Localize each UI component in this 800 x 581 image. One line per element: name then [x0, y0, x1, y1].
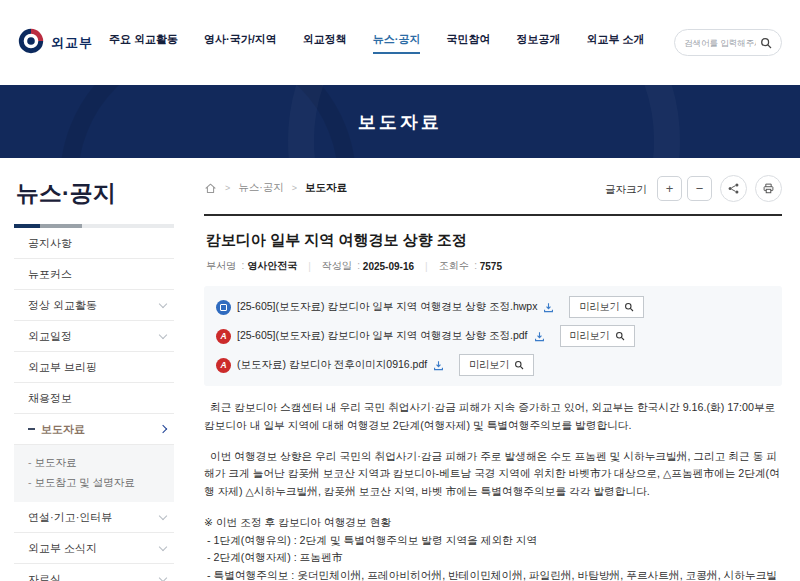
pdf-file-icon: A — [216, 329, 231, 344]
active-dash-marker — [28, 428, 35, 430]
paragraph-1: 최근 캄보디아 스캠센터 내 우리 국민 취업사기·감금 피해가 지속 증가하고… — [204, 399, 782, 435]
font-increase-button[interactable]: + — [657, 176, 682, 201]
home-icon[interactable] — [204, 182, 217, 195]
font-size-label: 글자크기 — [605, 181, 647, 197]
font-decrease-button[interactable]: − — [687, 176, 712, 201]
magnifier-icon — [615, 331, 625, 341]
meta-separator: | — [425, 261, 428, 272]
search-input[interactable] — [684, 38, 756, 48]
meta-date-value: 2025-09-16 — [363, 261, 414, 272]
page-banner: 보도자료 — [0, 85, 800, 158]
sidebar-item-recruitment[interactable]: 채용정보 — [14, 383, 174, 414]
breadcrumb: > 뉴스·공지 > 보도자료 — [204, 175, 347, 195]
sidebar: 뉴스·공지 공지사항 뉴포커스 정상 외교활동 외교일정 외교부 브리핑 채용정… — [14, 175, 174, 581]
nav-item-news-notices[interactable]: 뉴스·공지 — [373, 32, 421, 54]
main-nav: 주요 외교활동 영사·국가/지역 외교정책 뉴스·공지 국민참여 정보공개 외교… — [109, 32, 645, 54]
share-button[interactable] — [720, 175, 747, 202]
article-meta: 부서명 영사안전국 | 작성일 2025-09-16 | 조회수 7575 — [206, 259, 782, 273]
sidebar-item-mofa-briefing[interactable]: 외교부 브리핑 — [14, 352, 174, 383]
meta-dept-value: 영사안전국 — [247, 259, 297, 273]
attachment-link-image-pdf[interactable]: (보도자료) 캄보디아 전후이미지0916.pdf — [237, 358, 427, 372]
chevron-down-icon — [159, 573, 167, 581]
nav-item-diplomatic-activities[interactable]: 주요 외교활동 — [109, 32, 178, 54]
travel-advisory-status-list: ※ 이번 조정 후 캄보디아 여행경보 현황 - 1단계(여행유의) : 2단계… — [204, 514, 782, 581]
page-tools: 글자크기 + − — [605, 175, 782, 202]
meta-separator: | — [308, 261, 311, 272]
nav-item-public-participation[interactable]: 국민참여 — [446, 32, 490, 54]
preview-button[interactable]: 미리보기 — [569, 296, 644, 318]
attachment-link-hwpx[interactable]: [25-605](보도자료) 캄보디아 일부 지역 여행경보 상향 조정.hwp… — [237, 300, 537, 314]
nav-item-consular-countries[interactable]: 영사·국가/지역 — [204, 32, 277, 54]
sidebar-item-notices[interactable]: 공지사항 — [14, 228, 174, 259]
government-emblem-icon — [18, 28, 44, 58]
sidebar-item-speeches-interviews[interactable]: 연설·기고·인터뷰 — [14, 502, 174, 533]
sidebar-divider — [14, 224, 174, 228]
notice-line-level1: - 1단계(여행유의) : 2단계 및 특별여행주의보 발령 지역을 제외한 지… — [204, 532, 782, 550]
main-panel: > 뉴스·공지 > 보도자료 글자크기 + − — [204, 175, 782, 581]
sidebar-item-news-focus[interactable]: 뉴포커스 — [14, 259, 174, 290]
notice-line-special-advisory: - 특별여행주의보 : 웃더민체이州, 프레아비히어州, 반테이민체이州, 파일… — [204, 567, 782, 581]
attachment-row: A (보도자료) 캄보디아 전후이미지0916.pdf 미리보기 — [216, 354, 770, 376]
meta-date-label: 작성일 — [322, 259, 363, 273]
breadcrumb-news-notices[interactable]: 뉴스·공지 — [238, 181, 284, 195]
article-title: 캄보디아 일부 지역 여행경보 상향 조정 — [206, 231, 782, 250]
breadcrumb-current: 보도자료 — [305, 181, 347, 195]
breadcrumb-separator: > — [292, 183, 297, 193]
sidebar-item-press-releases[interactable]: 보도자료 — [14, 414, 174, 445]
attachment-row: A [25-605](보도자료) 캄보디아 일부 지역 여행경보 상향 조정.p… — [216, 325, 770, 347]
meta-views-label: 조회수 — [439, 259, 480, 273]
site-header: 외교부 주요 외교활동 영사·국가/지역 외교정책 뉴스·공지 국민참여 정보공… — [0, 0, 800, 85]
hwp-file-icon — [216, 300, 231, 315]
meta-views-value: 7575 — [480, 261, 502, 272]
sidebar-item-archive[interactable]: 자료실 — [14, 564, 174, 581]
preview-button[interactable]: 미리보기 — [459, 354, 534, 376]
nav-item-information-disclosure[interactable]: 정보공개 — [516, 32, 560, 54]
sidebar-item-summit-diplomacy[interactable]: 정상 외교활동 — [14, 290, 174, 321]
download-icon[interactable] — [534, 331, 545, 342]
attachment-row: [25-605](보도자료) 캄보디아 일부 지역 여행경보 상향 조정.hwp… — [216, 296, 770, 318]
logo-text: 외교부 — [51, 34, 93, 52]
nav-item-foreign-policy[interactable]: 외교정책 — [303, 32, 347, 54]
notice-title: ※ 이번 조정 후 캄보디아 여행경보 현황 — [204, 514, 782, 532]
submenu-item-press-releases[interactable]: 보도자료 — [28, 453, 164, 473]
download-icon[interactable] — [433, 360, 444, 371]
attachments-box: [25-605](보도자료) 캄보디아 일부 지역 여행경보 상향 조정.hwp… — [204, 286, 782, 386]
paragraph-2: 이번 여행경보 상향은 우리 국민의 취업사기·감금 피해가 주로 발생해온 수… — [204, 448, 782, 501]
chevron-down-icon — [159, 511, 167, 519]
sidebar-item-mofa-newsletter[interactable]: 외교부 소식지 — [14, 533, 174, 564]
chevron-right-icon — [159, 425, 167, 433]
meta-dept-label: 부서명 — [206, 259, 247, 273]
chevron-down-icon — [159, 299, 167, 307]
sidebar-title: 뉴스·공지 — [14, 175, 174, 224]
chevron-down-icon — [159, 330, 167, 338]
breadcrumb-toolbar-row: > 뉴스·공지 > 보도자료 글자크기 + − — [204, 175, 782, 202]
mofa-logo[interactable]: 외교부 — [18, 28, 93, 58]
page-title: 보도자료 — [358, 110, 442, 134]
magnifier-icon — [624, 302, 634, 312]
print-button[interactable] — [755, 175, 782, 202]
title-top-rule — [204, 214, 782, 216]
sidebar-submenu: 보도자료 보도참고 및 설명자료 — [14, 445, 174, 502]
pdf-file-icon: A — [216, 358, 231, 373]
content-area: 뉴스·공지 공지사항 뉴포커스 정상 외교활동 외교일정 외교부 브리핑 채용정… — [0, 158, 800, 581]
print-icon — [762, 182, 775, 195]
search-icon[interactable] — [760, 37, 772, 49]
notice-line-level2: - 2단계(여행자제) : 프놈펜市 — [204, 549, 782, 567]
attachment-link-pdf[interactable]: [25-605](보도자료) 캄보디아 일부 지역 여행경보 상향 조정.pdf — [237, 329, 528, 343]
preview-button[interactable]: 미리보기 — [560, 325, 635, 347]
share-icon — [727, 182, 740, 195]
sidebar-item-diplomatic-schedule[interactable]: 외교일정 — [14, 321, 174, 352]
magnifier-icon — [514, 360, 524, 370]
article-body: 최근 캄보디아 스캠센터 내 우리 국민 취업사기·감금 피해가 지속 증가하고… — [204, 399, 782, 581]
chevron-down-icon — [159, 542, 167, 550]
download-icon[interactable] — [543, 302, 554, 313]
breadcrumb-separator: > — [225, 183, 230, 193]
nav-item-about-mofa[interactable]: 외교부 소개 — [586, 32, 644, 54]
search-box — [674, 29, 782, 56]
submenu-item-press-references[interactable]: 보도참고 및 설명자료 — [28, 473, 164, 493]
